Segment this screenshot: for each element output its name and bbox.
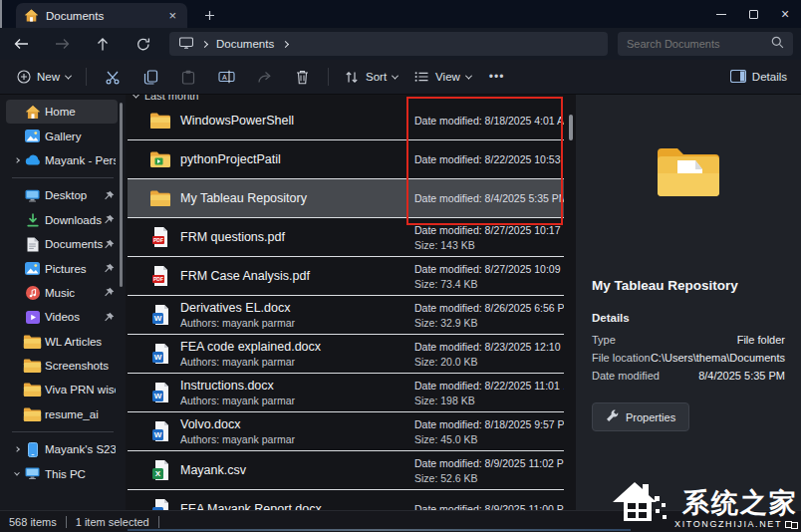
- properties-button[interactable]: Properties: [592, 402, 689, 431]
- rename-button[interactable]: A: [207, 65, 245, 89]
- expander-chevron-icon[interactable]: [10, 158, 23, 162]
- videos-icon: [23, 311, 42, 324]
- chevron-right-icon: [201, 40, 208, 47]
- refresh-button[interactable]: [134, 38, 152, 51]
- file-authors: Authors: mayank parmar: [180, 317, 422, 329]
- file-row[interactable]: WVolvo.docxAuthors: mayank parmarDate mo…: [128, 412, 564, 451]
- file-list-scrollbar-thumb[interactable]: [569, 115, 573, 140]
- file-name: Derivatives EL.docx: [180, 301, 422, 315]
- pin-icon: [103, 263, 116, 274]
- sidebar-item-desktop[interactable]: Desktop: [6, 183, 118, 207]
- forward-button[interactable]: [53, 38, 71, 50]
- screenshot-artifact: [128, 529, 631, 531]
- file-meta: Date modified: 8/18/2025 9:57 P…Size: 45…: [414, 412, 564, 450]
- cut-button[interactable]: [94, 65, 132, 90]
- sidebar-item-mayank-s-s23[interactable]: Mayank's S23: [6, 437, 118, 461]
- new-button[interactable]: New: [8, 65, 79, 89]
- pin-icon: [103, 190, 116, 201]
- cut-icon: [102, 70, 124, 85]
- group-header-label: Last month: [144, 95, 198, 102]
- sort-button[interactable]: Sort: [336, 66, 405, 89]
- sidebar-item-downloads[interactable]: Downloads: [6, 208, 118, 232]
- sidebar-item-screenshots[interactable]: Screenshots: [6, 354, 118, 378]
- more-options-button[interactable]: •••: [479, 70, 515, 84]
- search-box[interactable]: [618, 32, 793, 56]
- file-meta: Date modified: 8/26/2025 6:56 P…Size: 32…: [414, 296, 564, 334]
- back-button[interactable]: [12, 38, 30, 50]
- sidebar-item-viva-prn-wise-da[interactable]: Viva PRN wise Da: [6, 378, 118, 401]
- file-row[interactable]: WInstructions.docxAuthors: mayank parmar…: [128, 374, 564, 412]
- maximize-button[interactable]: [737, 0, 769, 28]
- sidebar-item-gallery[interactable]: Gallery: [6, 124, 118, 147]
- sidebar-item-label: Pictures: [42, 263, 103, 275]
- file-name: Volvo.docx: [180, 417, 422, 431]
- sidebar-item-this-pc[interactable]: This PC: [6, 461, 118, 485]
- sidebar-item-wl-articles[interactable]: WL Articles: [6, 330, 118, 354]
- file-authors: Authors: mayank parmar: [180, 356, 422, 368]
- folder-icon: [23, 405, 42, 423]
- tab-close-icon[interactable]: ×: [165, 9, 179, 22]
- file-date-modified: Date modified: 8/23/2025 12:10 …: [414, 341, 564, 353]
- explorer-tab-documents[interactable]: Documents ×: [16, 3, 187, 28]
- close-button[interactable]: ×: [769, 0, 801, 28]
- file-date-modified: Date modified: 8/22/2025 11:01 …: [414, 380, 564, 392]
- home-icon: [24, 8, 39, 23]
- file-row[interactable]: XMayank.csvDate modified: 8/9/2025 11:02…: [128, 451, 564, 490]
- file-name: Instructions.docx: [180, 379, 422, 393]
- file-row[interactable]: PDFFRM Case Analysis.pdfDate modified: 8…: [128, 257, 564, 296]
- details-pane-toggle[interactable]: Details: [730, 70, 787, 85]
- details-section-label: Details: [592, 312, 785, 324]
- toolbar-divider: [86, 68, 87, 86]
- toolbar-divider: [328, 68, 329, 86]
- new-plus-icon: [16, 70, 31, 84]
- details-row-value: C:\Users\thema\Documents: [651, 352, 785, 364]
- expander-chevron-icon[interactable]: [10, 447, 23, 451]
- file-row[interactable]: WFEA Mayank Report.docxDate modified: 8/…: [128, 490, 564, 510]
- sidebar-item-label: WL Articles: [42, 336, 116, 348]
- sidebar-item-label: Downloads: [42, 214, 103, 226]
- file-row[interactable]: WDerivatives EL.docxAuthors: mayank parm…: [128, 296, 564, 335]
- details-rows: TypeFile folderFile locationC:\Users\the…: [592, 334, 785, 382]
- address-breadcrumb[interactable]: Documents: [169, 32, 608, 56]
- paste-button[interactable]: [169, 65, 207, 90]
- view-button[interactable]: View: [405, 66, 479, 88]
- tab-title: Documents: [46, 10, 158, 22]
- plus-icon: [204, 10, 215, 21]
- svg-text:W: W: [154, 392, 162, 400]
- copy-button[interactable]: [132, 65, 169, 90]
- file-row[interactable]: WFEA code explained.docxAuthors: mayank …: [128, 335, 564, 374]
- sidebar-item-documents[interactable]: Documents: [6, 232, 118, 256]
- share-button[interactable]: [245, 65, 283, 89]
- music-icon: [23, 286, 42, 300]
- sidebar-item-home[interactable]: Home: [6, 100, 118, 124]
- sidebar-item-pictures[interactable]: Pictures: [6, 256, 118, 280]
- search-input[interactable]: [627, 38, 771, 50]
- sidebar-item-label: Viva PRN wise Da: [42, 384, 116, 396]
- svg-text:W: W: [154, 314, 162, 323]
- file-list-scrollbar[interactable]: [566, 95, 576, 510]
- downloads-icon: [23, 213, 42, 227]
- sidebar-item-resume-ai[interactable]: resume_ai: [6, 402, 118, 426]
- sidebar-item-mayank-persona[interactable]: Mayank - Persona: [6, 148, 118, 172]
- rename-icon: A: [215, 70, 237, 84]
- svg-text:X: X: [155, 469, 161, 478]
- expander-chevron-icon[interactable]: [10, 472, 23, 476]
- sidebar-scrollbar[interactable]: [120, 103, 123, 287]
- chevron-down-icon: [65, 72, 72, 79]
- selection-count: 1 item selected: [76, 516, 149, 528]
- folder-preview-icon: [654, 144, 723, 200]
- details-row: Date modified8/4/2025 5:35 PM: [592, 370, 785, 382]
- breadcrumb-documents[interactable]: Documents: [216, 38, 274, 50]
- new-button-label: New: [37, 71, 60, 83]
- delete-button[interactable]: [283, 65, 321, 90]
- up-button[interactable]: [94, 38, 112, 51]
- minimize-button[interactable]: [705, 0, 737, 28]
- svg-text:W: W: [154, 430, 162, 439]
- chevron-down-icon: [465, 72, 472, 79]
- file-meta: Date modified: 8/9/2025 11:02 P…Size: 52…: [414, 451, 564, 489]
- details-row-label: Date modified: [592, 370, 660, 382]
- sidebar-item-music[interactable]: Music: [6, 281, 118, 305]
- new-tab-button[interactable]: [199, 6, 219, 24]
- sidebar-item-label: Videos: [42, 311, 103, 323]
- sidebar-item-videos[interactable]: Videos: [6, 305, 118, 329]
